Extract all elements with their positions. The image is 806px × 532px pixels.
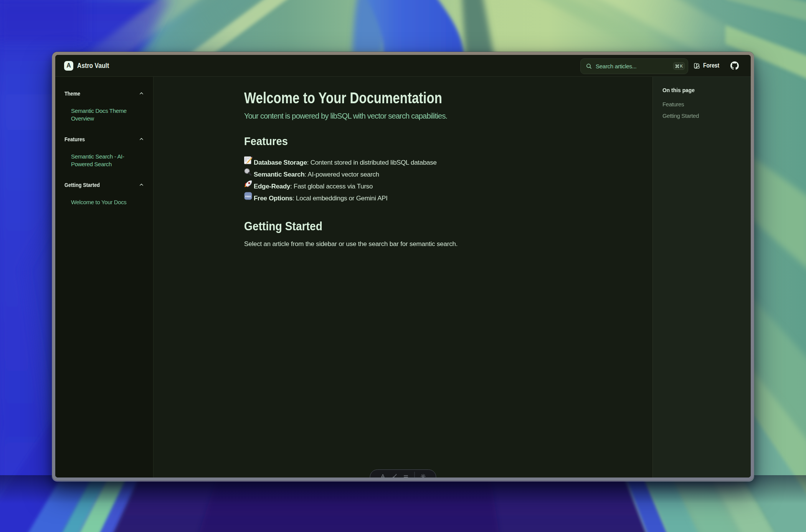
svg-text:FREE: FREE — [245, 195, 251, 198]
